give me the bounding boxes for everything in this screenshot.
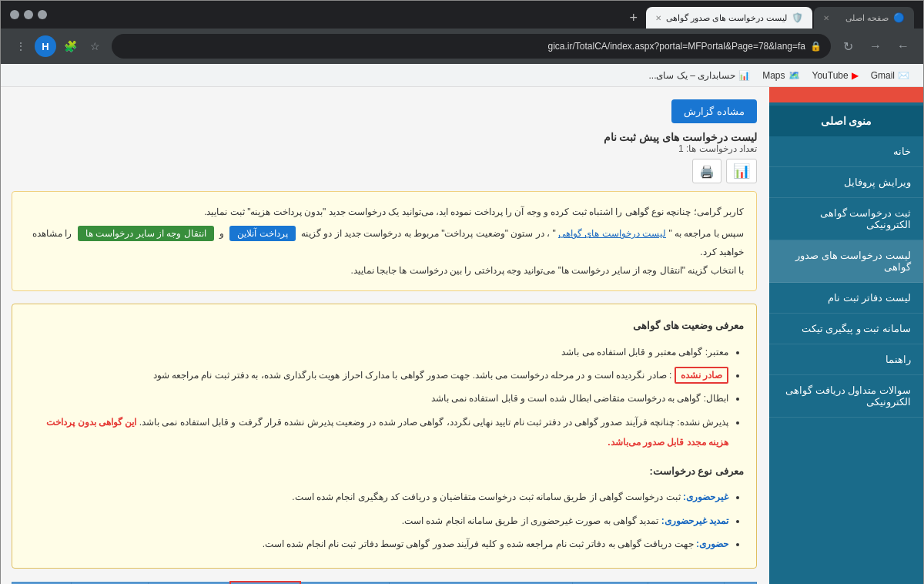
bookmark-star-button[interactable]: ☆ bbox=[84, 35, 105, 57]
cert-list-link[interactable]: لیست درخواست های گواهی bbox=[558, 228, 666, 239]
tab-active[interactable]: 🛡️ لیست درخواست های صدور گواهی ✕ bbox=[646, 7, 812, 29]
toolbar: 📊 🖨️ bbox=[12, 159, 757, 183]
excel-export-button[interactable]: 📊 bbox=[726, 159, 757, 183]
maximize-button[interactable] bbox=[24, 10, 33, 19]
not-issued-label: صادر نشده bbox=[675, 367, 728, 384]
sidebar-top-button[interactable] bbox=[769, 87, 923, 102]
lock-icon: 🔒 bbox=[810, 41, 822, 52]
back-button[interactable]: ← bbox=[892, 35, 914, 57]
bookmark-youtube[interactable]: ▶YouTube bbox=[808, 69, 863, 82]
sidebar-item-ticket[interactable]: سامانه ثبت و پیگیری تیکت bbox=[769, 314, 923, 344]
reload-button[interactable]: ↻ bbox=[837, 35, 859, 57]
profile-button[interactable]: H bbox=[35, 35, 56, 57]
report-button[interactable]: مشاده گزارش bbox=[671, 99, 757, 123]
minimize-button[interactable] bbox=[38, 10, 47, 19]
sidebar-item-offices[interactable]: لیست دفاتر ثبت نام bbox=[769, 283, 923, 314]
menu-button[interactable]: ⋮ bbox=[10, 35, 32, 57]
new-tab-button[interactable]: + bbox=[623, 7, 644, 29]
sidebar-item-faq[interactable]: سوالات متداول دریافت گواهی الکترونیکی bbox=[769, 375, 923, 418]
sidebar-item-list[interactable]: لیست درخواست های صدور گواهی bbox=[769, 240, 923, 283]
request-count: تعداد درخواست ها: 1 bbox=[12, 143, 757, 154]
info-box: معرفی وضعیت های گواهی معتبر: گواهی معتبر… bbox=[12, 304, 757, 569]
close-button[interactable] bbox=[10, 10, 19, 19]
online-pay-button[interactable]: پرداخت آنلاین bbox=[229, 226, 295, 241]
sidebar-item-home[interactable]: خانه bbox=[769, 136, 923, 167]
bookmark-gmail[interactable]: ✉️Gmail bbox=[866, 69, 914, 82]
sidebar-item-register[interactable]: ثبت درخواست گواهی الکترونیکی bbox=[769, 198, 923, 240]
extensions-button[interactable]: 🧩 bbox=[59, 35, 81, 57]
page-title-bar: لیست درخواست های پیش ثبت نام تعداد درخوا… bbox=[12, 131, 757, 154]
sidebar-header: منوی اصلی bbox=[769, 106, 923, 136]
notice-box: کاربر گرامی؛ چنانچه نوع گواهی را اشتباه … bbox=[12, 191, 757, 291]
sidebar-item-guide[interactable]: راهنما bbox=[769, 344, 923, 375]
address-bar[interactable]: 🔒 gica.ir/TotalCA/index.aspx?portal=MFPo… bbox=[112, 34, 831, 59]
transfer-button[interactable]: انتقال وجه از سایر درخواست ها bbox=[78, 226, 214, 241]
print-button[interactable]: 🖨️ bbox=[692, 159, 721, 183]
bookmark-maps[interactable]: 🗺️Maps bbox=[758, 69, 804, 82]
sidebar-item-profile[interactable]: ویرایش پروفایل bbox=[769, 167, 923, 198]
forward-button[interactable]: → bbox=[865, 35, 886, 57]
bookmark-accounting[interactable]: 📊حسابداری – یک ساى... bbox=[644, 69, 755, 82]
tab-home[interactable]: 🔵 صفحه اصلی ✕ bbox=[814, 7, 914, 29]
requests-table: حذف ویرایش / جزئیات کد رهگیری نوع گواهی … bbox=[12, 581, 757, 584]
page-title: لیست درخواست های پیش ثبت نام bbox=[12, 131, 757, 143]
